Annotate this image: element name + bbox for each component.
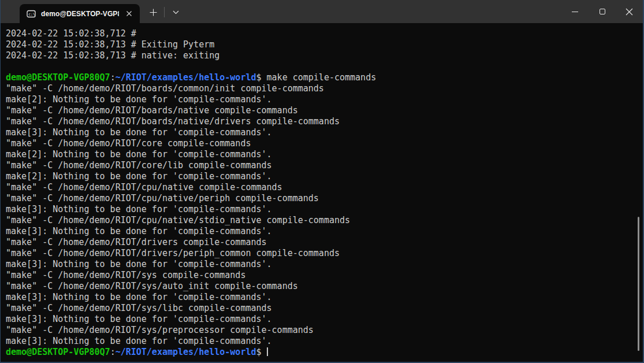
terminal-line: make[3]: Nothing to be done for 'compile…	[6, 314, 643, 325]
terminal-line: make[3]: Nothing to be done for 'compile…	[6, 292, 643, 303]
terminal-line: make[3]: Nothing to be done for 'compile…	[6, 226, 643, 237]
terminal-line: "make" -C /home/demo/RIOT/drivers compil…	[6, 237, 643, 248]
terminal-line: "make" -C /home/demo/RIOT/sys compile-co…	[6, 270, 643, 281]
terminal-line: "make" -C /home/demo/RIOT/drivers/periph…	[6, 248, 643, 259]
terminal-line	[6, 61, 643, 72]
terminal-line: make[3]: Nothing to be done for 'compile…	[6, 204, 643, 215]
close-icon	[626, 8, 633, 16]
terminal-line: demo@DESKTOP-VGP80Q7:~/RIOT/examples/hel…	[6, 347, 643, 358]
close-icon	[126, 10, 132, 17]
tabbar-divider	[164, 7, 165, 17]
maximize-icon	[600, 9, 605, 14]
terminal-line: "make" -C /home/demo/RIOT/cpu/native com…	[6, 182, 643, 193]
tab-demo-desktop[interactable]: c:\ demo@DESKTOP-VGP80Q7: ~	[20, 4, 140, 23]
terminal-line: "make" -C /home/demo/RIOT/cpu/native/per…	[6, 193, 643, 204]
tab-close-button[interactable]	[122, 8, 135, 20]
terminal-line: "make" -C /home/demo/RIOT/sys/preprocess…	[6, 325, 643, 336]
terminal-cursor	[267, 347, 268, 356]
caption-controls	[561, 0, 643, 23]
terminal-line: "make" -C /home/demo/RIOT/boards/native/…	[6, 116, 643, 127]
scrollbar-thumb[interactable]	[638, 217, 639, 351]
plus-icon	[150, 9, 157, 16]
terminal-window: c:\ demo@DESKTOP-VGP80Q7: ~	[0, 0, 644, 363]
terminal-line: 2024-02-22 15:02:38,713 # Exiting Pyterm	[6, 39, 643, 50]
terminal-line: "make" -C /home/demo/RIOT/core/lib compi…	[6, 160, 643, 171]
terminal-line: make[3]: Nothing to be done for 'compile…	[6, 259, 643, 270]
new-tab-button[interactable]	[144, 4, 162, 20]
terminal-line: make[2]: Nothing to be done for 'compile…	[6, 171, 643, 182]
titlebar[interactable]: c:\ demo@DESKTOP-VGP80Q7: ~	[1, 0, 643, 23]
minimize-icon	[572, 12, 578, 12]
svg-text:c:\: c:\	[28, 12, 35, 17]
terminal-line: "make" -C /home/demo/RIOT/boards/common/…	[6, 83, 643, 94]
terminal-line: make[2]: Nothing to be done for 'compile…	[6, 149, 643, 160]
terminal-line: make[3]: Nothing to be done for 'compile…	[6, 336, 643, 347]
command-prompt-icon: c:\	[27, 9, 36, 18]
terminal-line: make[3]: Nothing to be done for 'compile…	[6, 127, 643, 138]
terminal-line: "make" -C /home/demo/RIOT/sys/libc compi…	[6, 303, 643, 314]
tab-title: demo@DESKTOP-VGP80Q7: ~	[41, 10, 119, 18]
terminal-line: make[2]: Nothing to be done for 'compile…	[6, 94, 643, 105]
terminal-line: "make" -C /home/demo/RIOT/sys/auto_init …	[6, 281, 643, 292]
tab-dropdown-button[interactable]	[167, 4, 184, 20]
terminal-line: demo@DESKTOP-VGP80Q7:~/RIOT/examples/hel…	[6, 72, 643, 83]
close-button[interactable]	[616, 0, 643, 23]
terminal-line: 2024-02-22 15:02:38,713 # native: exitin…	[6, 50, 643, 61]
terminal-output[interactable]: 2024-02-22 15:02:38,712 #2024-02-22 15:0…	[1, 23, 643, 362]
terminal-line: "make" -C /home/demo/RIOT/cpu/native/std…	[6, 215, 643, 226]
terminal-line: 2024-02-22 15:02:38,712 #	[6, 28, 643, 39]
terminal-line: "make" -C /home/demo/RIOT/core compile-c…	[6, 138, 643, 149]
maximize-button[interactable]	[589, 0, 616, 23]
terminal-line: "make" -C /home/demo/RIOT/boards/native …	[6, 105, 643, 116]
chevron-down-icon	[173, 10, 179, 14]
minimize-button[interactable]	[561, 0, 589, 23]
